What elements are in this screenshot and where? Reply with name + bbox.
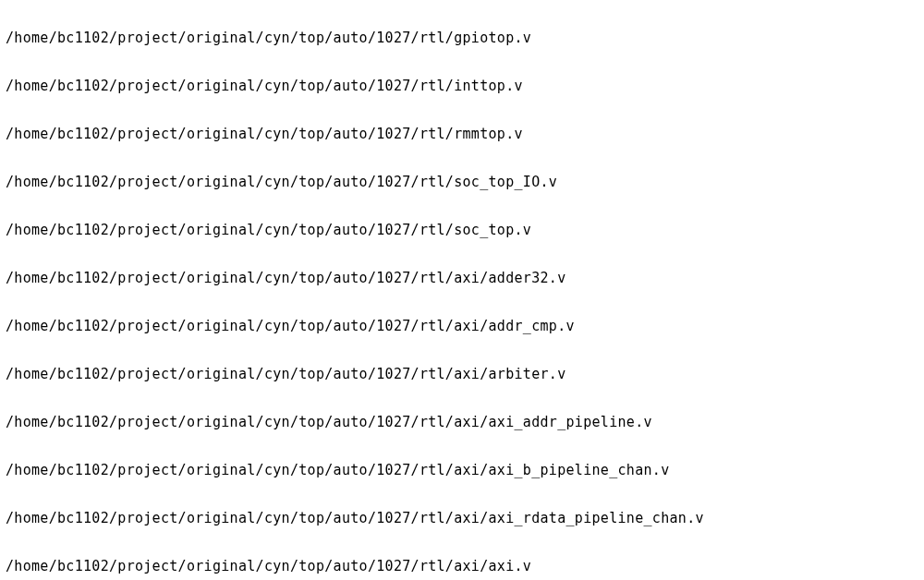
file-path-line: /home/bc1102/project/original/cyn/top/au…	[6, 506, 918, 530]
file-path-line: /home/bc1102/project/original/cyn/top/au…	[6, 218, 918, 242]
file-path-line: /home/bc1102/project/original/cyn/top/au…	[6, 314, 918, 338]
terminal-output[interactable]: /home/bc1102/project/original/cyn/top/au…	[0, 0, 924, 580]
file-path-line: /home/bc1102/project/original/cyn/top/au…	[6, 410, 918, 434]
file-path-line: /home/bc1102/project/original/cyn/top/au…	[6, 74, 918, 98]
file-path-line: /home/bc1102/project/original/cyn/top/au…	[6, 266, 918, 290]
file-path-line: /home/bc1102/project/original/cyn/top/au…	[6, 122, 918, 146]
file-path-line: /home/bc1102/project/original/cyn/top/au…	[6, 170, 918, 194]
file-path-line: /home/bc1102/project/original/cyn/top/au…	[6, 458, 918, 482]
file-path-line: /home/bc1102/project/original/cyn/top/au…	[6, 26, 918, 50]
file-path-line: /home/bc1102/project/original/cyn/top/au…	[6, 362, 918, 386]
file-path-line: /home/bc1102/project/original/cyn/top/au…	[6, 554, 918, 578]
